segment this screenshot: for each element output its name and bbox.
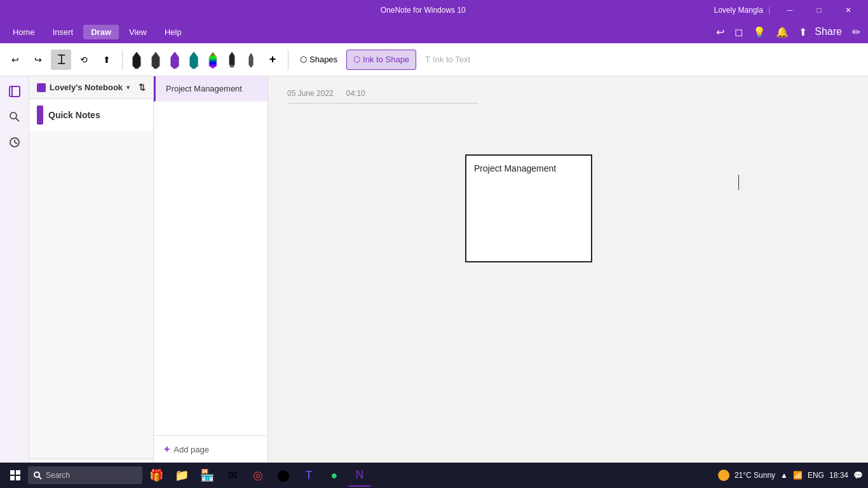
- search-icon[interactable]: [4, 107, 25, 127]
- close-button[interactable]: ✕: [834, 0, 863, 20]
- taskbar-wifi-icon[interactable]: 📶: [793, 471, 803, 480]
- redo-button[interactable]: ↪: [28, 50, 48, 70]
- ink-to-text-icon: T: [425, 55, 430, 64]
- taskbar-app-whatsapp[interactable]: ●: [323, 464, 346, 487]
- menu-view[interactable]: View: [121, 25, 154, 39]
- notifications-icon[interactable]: 🔔: [773, 24, 791, 41]
- menu-insert[interactable]: Insert: [45, 25, 81, 39]
- taskbar-app-edge[interactable]: ◎: [247, 464, 269, 487]
- toolbar: ↩ ↪ ⌶ ⟲ ⬆: [0, 43, 868, 76]
- svg-rect-12: [10, 86, 20, 97]
- tips-icon[interactable]: 💡: [750, 24, 768, 41]
- text-cursor: [738, 175, 739, 190]
- collapse-icon[interactable]: ◻: [732, 24, 745, 41]
- taskbar-keyboard-lang[interactable]: ENG: [808, 471, 824, 480]
- shapes-button[interactable]: ⬡ Shapes: [294, 50, 344, 70]
- undo-button[interactable]: ↩: [5, 50, 25, 70]
- pen-darkgray[interactable]: [147, 48, 165, 71]
- username: Lovely Mangla: [714, 6, 763, 15]
- eraser-button[interactable]: ⬆: [97, 50, 117, 70]
- add-page-icon: +: [164, 444, 170, 455]
- ink-to-text-button[interactable]: T Ink to Text: [419, 50, 477, 70]
- page-content: 05 June 2022 04:10 Project Management: [287, 89, 849, 463]
- titlebar-divider: |: [768, 6, 770, 15]
- pages-panel: Project Management + Add page: [154, 76, 268, 463]
- svg-point-14: [10, 112, 17, 119]
- ink-to-text-label: Ink to Text: [433, 55, 470, 64]
- pen-black[interactable]: [128, 48, 146, 71]
- svg-rect-1: [135, 66, 139, 69]
- notebook-chevron-icon[interactable]: ▾: [126, 84, 130, 91]
- pen-teal[interactable]: [185, 48, 203, 71]
- taskbar-search-label: Search: [46, 471, 70, 480]
- svg-point-23: [34, 472, 39, 477]
- taskbar-app-store[interactable]: 🏪: [196, 464, 219, 487]
- taskbar-right: 21°C Sunny ▲ 📶 ENG 18:34 💬: [718, 470, 863, 481]
- taskbar-arrow-icon[interactable]: ▲: [780, 471, 788, 480]
- notebook-panel: [0, 76, 29, 463]
- svg-line-24: [39, 477, 41, 479]
- minimize-button[interactable]: ─: [775, 0, 804, 20]
- taskbar-app-gift[interactable]: 🎁: [145, 464, 168, 487]
- svg-marker-8: [209, 52, 217, 69]
- taskbar: Search 🎁 📁 🏪 ✉ ◎ ⬤ T ● N 21°C Sunny ▲ 📶 …: [0, 463, 868, 488]
- svg-rect-21: [10, 476, 15, 480]
- ink-to-shape-button[interactable]: ⬡ Ink to Shape: [346, 50, 416, 70]
- page-project-management[interactable]: Project Management: [154, 76, 268, 102]
- menubar-right: ↩ ◻ 💡 🔔 ⬆ Share ✏: [714, 24, 863, 41]
- add-page-label: Add page: [173, 445, 209, 454]
- menu-home[interactable]: Home: [5, 25, 43, 39]
- weather-label[interactable]: 21°C Sunny: [735, 471, 775, 480]
- shapes-icon: ⬡: [300, 55, 307, 64]
- taskbar-app-chrome[interactable]: ⬤: [272, 464, 295, 487]
- share-button[interactable]: ⬆ Share: [796, 24, 844, 41]
- menu-draw[interactable]: Draw: [83, 25, 119, 39]
- user-area: Lovely Mangla | ─ □ ✕: [714, 0, 863, 20]
- page-meta: 05 June 2022 04:10: [287, 89, 478, 104]
- maximize-button[interactable]: □: [804, 0, 834, 20]
- svg-line-15: [16, 118, 19, 121]
- section-quick-notes[interactable]: Quick Notes: [29, 99, 153, 131]
- taskbar-search[interactable]: Search: [28, 466, 142, 484]
- menu-help[interactable]: Help: [157, 25, 189, 39]
- drawn-rectangle[interactable]: Project Management: [465, 154, 592, 262]
- taskbar-app-explorer[interactable]: 📁: [170, 464, 193, 487]
- taskbar-time: 18:34: [829, 471, 848, 480]
- start-button[interactable]: [5, 465, 25, 485]
- toolbar-sep-2: [288, 50, 288, 70]
- pen-tools: [128, 48, 260, 71]
- titlebar: OneNote for Windows 10 Lovely Mangla | ─…: [0, 0, 868, 20]
- pen-rainbow[interactable]: [204, 48, 222, 71]
- recent-icon[interactable]: [4, 132, 25, 152]
- taskbar-app-onenote[interactable]: N: [348, 464, 371, 487]
- drawn-text: Project Management: [474, 163, 556, 173]
- notebook-name[interactable]: Lovely's Notebook: [50, 83, 123, 92]
- main-canvas[interactable]: 05 June 2022 04:10 Project Management: [268, 76, 868, 463]
- page-label: Project Management: [166, 84, 242, 93]
- svg-rect-3: [154, 66, 158, 69]
- share-icon: ⬆: [796, 24, 810, 41]
- svg-rect-10: [230, 65, 234, 67]
- notebook-library-icon[interactable]: [4, 81, 25, 102]
- app-title: OneNote for Windows 10: [132, 6, 714, 15]
- taskbar-app-mail[interactable]: ✉: [221, 464, 244, 487]
- lasso-select-button[interactable]: ⟲: [74, 50, 94, 70]
- pen-thin[interactable]: [242, 48, 260, 71]
- edit-icon[interactable]: ✏: [850, 24, 863, 41]
- svg-rect-7: [192, 66, 196, 69]
- sort-icon[interactable]: ⇅: [139, 83, 146, 92]
- page-time: 04:10: [346, 89, 365, 98]
- pen-dark[interactable]: [223, 48, 241, 71]
- sync-icon[interactable]: ↩: [714, 24, 727, 41]
- window-controls[interactable]: ─ □ ✕: [775, 0, 863, 20]
- taskbar-app-teams[interactable]: T: [297, 464, 320, 487]
- add-page-button[interactable]: + Add page: [154, 435, 268, 463]
- add-pen-button[interactable]: +: [262, 50, 283, 70]
- ink-to-shape-label: Ink to Shape: [363, 55, 409, 64]
- menubar: Home Insert Draw View Help ↩ ◻ 💡 🔔 ⬆ Sha…: [0, 20, 868, 43]
- weather-icon: [718, 470, 729, 481]
- pen-purple[interactable]: [166, 48, 184, 71]
- select-button[interactable]: ⌶: [51, 50, 71, 70]
- sections-bar: Quick Notes + Add section: [29, 99, 154, 485]
- taskbar-notification-icon[interactable]: 💬: [853, 471, 863, 480]
